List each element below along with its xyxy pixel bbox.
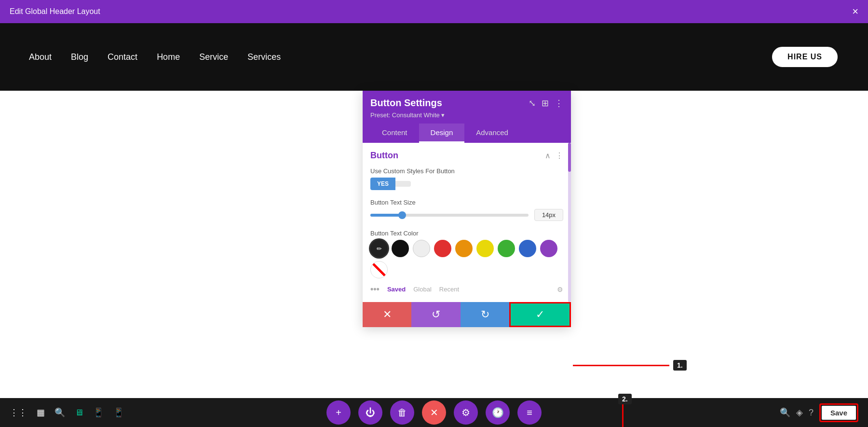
redo-button[interactable]: ↻ <box>461 302 509 327</box>
color-swatch-blue[interactable] <box>519 240 536 257</box>
panel-section-header: Button ∧ ⋮ <box>370 151 563 161</box>
tab-advanced[interactable]: Advanced <box>464 124 520 143</box>
button-settings-panel: Button Settings ⤡ ⊞ ⋮ Preset: Consultant… <box>363 91 571 327</box>
color-swatch-yellow[interactable] <box>476 240 494 257</box>
custom-styles-label: Use Custom Styles For Button <box>370 167 563 175</box>
tab-design[interactable]: Design <box>419 124 465 143</box>
toggle-no-button[interactable] <box>395 181 411 187</box>
tab-content[interactable]: Content <box>370 124 419 143</box>
panel-title: Button Settings <box>370 97 442 109</box>
color-tabs-row: ••• Saved Global Recent ⚙ <box>370 282 563 294</box>
help-icon[interactable]: ? <box>809 408 814 418</box>
color-picker-button[interactable]: ✏ <box>370 240 388 257</box>
toolbar-right: 🔍 ◈ ? Save <box>780 403 858 422</box>
toolbar-center: + ⏻ 🗑 ✕ ⚙ 🕐 ≡ <box>326 400 542 425</box>
save-button-highlight: Save <box>819 403 858 422</box>
cancel-button[interactable]: ✕ <box>363 302 411 327</box>
panel-body: Button ∧ ⋮ Use Custom Styles For Button … <box>363 143 571 302</box>
settings-button[interactable]: ⚙ <box>454 400 478 425</box>
toolbar-tablet-icon[interactable]: 📱 <box>93 407 104 418</box>
toolbar-search-icon[interactable]: 🔍 <box>54 407 65 418</box>
nav-link-about[interactable]: About <box>29 52 52 62</box>
bottom-toolbar: ⋮⋮ ▦ 🔍 🖥 📱 📱 + ⏻ 🗑 ✕ ⚙ 🕐 ≡ 🔍 ◈ ? Save <box>0 398 868 427</box>
color-swatches-row: ✏ <box>370 240 563 278</box>
arrow-2-lines <box>622 404 723 427</box>
color-swatch-purple[interactable] <box>540 240 557 257</box>
nav-link-blog[interactable]: Blog <box>71 52 88 62</box>
color-tab-saved[interactable]: Saved <box>387 286 406 293</box>
history-button[interactable]: 🕐 <box>486 400 510 425</box>
layout-icon[interactable]: ⊞ <box>542 98 549 109</box>
text-size-label: Button Text Size <box>370 199 563 206</box>
nav-links: About Blog Contact Home Service Services <box>29 52 281 62</box>
panel-header-top: Button Settings ⤡ ⊞ ⋮ <box>370 97 563 109</box>
scrollbar-thumb[interactable] <box>568 143 571 172</box>
color-swatch-black[interactable] <box>392 240 409 257</box>
more-icon[interactable]: ⋮ <box>555 98 563 109</box>
layers-button[interactable]: ≡ <box>517 400 542 425</box>
arrow-1-annotation: 1. <box>573 360 687 371</box>
color-swatch-white[interactable] <box>413 240 430 257</box>
toolbar-desktop-icon[interactable]: 🖥 <box>75 408 83 418</box>
confirm-button[interactable]: ✓ <box>509 302 571 327</box>
search-right-icon[interactable]: 🔍 <box>780 407 790 418</box>
canvas-area: Button Settings ⤡ ⊞ ⋮ Preset: Consultant… <box>0 91 868 398</box>
scrollbar[interactable] <box>568 143 571 302</box>
color-tab-global[interactable]: Global <box>413 286 432 293</box>
undo-button[interactable]: ↺ <box>411 302 460 327</box>
custom-styles-toggle: YES <box>370 178 563 190</box>
color-gear-icon[interactable]: ⚙ <box>557 286 563 293</box>
toolbar-mobile-icon[interactable]: 📱 <box>113 407 124 418</box>
arrow-1-line <box>573 365 669 366</box>
save-button[interactable]: Save <box>822 406 856 420</box>
nav-link-contact[interactable]: Contact <box>108 52 137 62</box>
annotation-label-2: 2. <box>618 394 632 404</box>
toolbar-left: ⋮⋮ ▦ 🔍 🖥 📱 📱 <box>10 407 124 418</box>
add-module-button[interactable]: + <box>326 400 351 425</box>
title-bar: Edit Global Header Layout × <box>0 0 868 23</box>
section-actions: ∧ ⋮ <box>545 151 563 160</box>
arrow-2-vertical <box>622 404 624 427</box>
slider-fill <box>370 214 402 217</box>
text-size-slider-row: 14px <box>370 209 563 221</box>
slider-track[interactable] <box>370 214 529 217</box>
color-swatch-orange[interactable] <box>455 240 473 257</box>
section-more-icon[interactable]: ⋮ <box>556 151 563 160</box>
nav-link-services[interactable]: Services <box>247 52 281 62</box>
power-button[interactable]: ⏻ <box>358 400 382 425</box>
color-tab-recent[interactable]: Recent <box>439 286 459 293</box>
color-tab-dots[interactable]: ••• <box>370 284 380 294</box>
color-swatch-red[interactable] <box>434 240 451 257</box>
slider-value[interactable]: 14px <box>534 209 563 221</box>
text-color-label: Button Text Color <box>370 230 563 237</box>
slider-thumb[interactable] <box>398 211 406 219</box>
hire-us-button[interactable]: HIRE US <box>771 45 839 69</box>
section-title: Button <box>370 151 398 161</box>
close-button[interactable]: ✕ <box>422 400 446 425</box>
nav-link-home[interactable]: Home <box>157 52 180 62</box>
title-bar-text: Edit Global Header Layout <box>10 7 100 16</box>
panel-tabs: Content Design Advanced <box>370 124 563 143</box>
portability-icon[interactable]: ◈ <box>796 407 803 418</box>
toggle-yes-button[interactable]: YES <box>370 178 395 190</box>
expand-icon[interactable]: ⤡ <box>529 98 536 109</box>
panel-preset[interactable]: Preset: Consultant White ▾ <box>370 111 563 119</box>
delete-button[interactable]: 🗑 <box>390 400 414 425</box>
header-area: About Blog Contact Home Service Services… <box>0 23 868 91</box>
title-bar-close-button[interactable]: × <box>852 5 858 18</box>
nav-link-service[interactable]: Service <box>199 52 228 62</box>
panel-header: Button Settings ⤡ ⊞ ⋮ Preset: Consultant… <box>363 91 571 143</box>
panel-footer: ✕ ↺ ↻ ✓ <box>363 302 571 327</box>
color-swatch-green[interactable] <box>498 240 515 257</box>
color-swatch-none[interactable] <box>370 261 388 278</box>
toolbar-grid-icon[interactable]: ▦ <box>37 407 45 418</box>
toolbar-menu-icon[interactable]: ⋮⋮ <box>10 407 27 418</box>
annotation-label-1: 1. <box>673 360 687 371</box>
panel-header-icons: ⤡ ⊞ ⋮ <box>529 98 563 109</box>
arrow-2-annotation: 2. <box>618 394 723 427</box>
collapse-icon[interactable]: ∧ <box>545 151 551 160</box>
